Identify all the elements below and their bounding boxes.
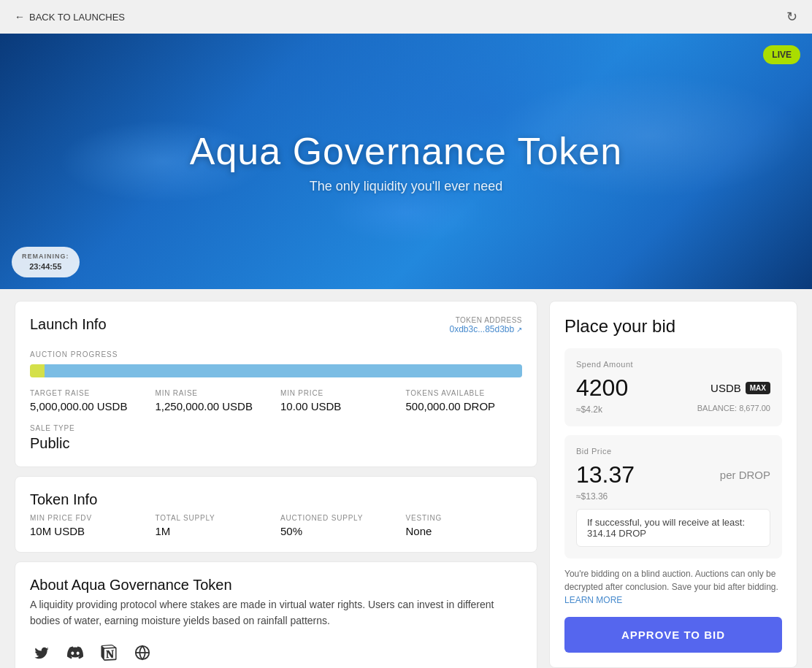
about-text: A liquidity providing protocol where sta… bbox=[30, 596, 522, 629]
token-stat-value-0: 10M USDB bbox=[30, 525, 147, 537]
token-address-block: TOKEN ADDRESS 0xdb3c...85d3bb bbox=[449, 316, 522, 334]
back-arrow-icon: ← bbox=[15, 11, 25, 23]
token-stat-label-2: AUCTIONED SUPPLY bbox=[280, 514, 397, 522]
spend-currency-block: USDB MAX bbox=[710, 382, 770, 394]
social-icons bbox=[30, 641, 522, 664]
about-card: About Aqua Governance Token A liquidity … bbox=[15, 561, 537, 668]
blind-auction-text: You're bidding on a blind auction. Aucti… bbox=[564, 567, 782, 607]
token-info-card: Token Info MIN PRICE FDV 10M USDB TOTAL … bbox=[15, 476, 537, 553]
balance-info: BALANCE: 8,677.00 bbox=[697, 404, 770, 412]
launch-info-title: Launch Info bbox=[30, 316, 107, 333]
stat-value-3: 500,000.00 DROP bbox=[406, 400, 523, 412]
back-label: BACK TO LAUNCHES bbox=[29, 12, 125, 23]
live-badge: LIVE bbox=[763, 45, 800, 64]
progress-bar-blue bbox=[45, 364, 522, 377]
token-stat-label-0: MIN PRICE FDV bbox=[30, 514, 147, 522]
place-bid-card: Place your bid Spend Amount USDB MAX ≈$4… bbox=[549, 301, 797, 668]
right-column: Place your bid Spend Amount USDB MAX ≈$4… bbox=[549, 301, 797, 668]
bid-price-row: 13.37 per DROP bbox=[576, 461, 770, 488]
token-stat-value-1: 1M bbox=[156, 525, 272, 537]
bid-price-label: Bid Price bbox=[576, 447, 770, 456]
token-stat-value-3: None bbox=[406, 525, 523, 537]
approve-to-bid-button[interactable]: APPROVE TO BID bbox=[564, 617, 782, 653]
launch-stats-grid: TARGET RAISE 5,000,000.00 USDB MIN RAISE… bbox=[30, 389, 522, 412]
spend-amount-label: Spend Amount bbox=[576, 360, 770, 369]
stat-total-supply: TOTAL SUPPLY 1M bbox=[156, 514, 272, 537]
remaining-label: REMAINING: bbox=[22, 253, 69, 261]
spend-amount-input[interactable] bbox=[576, 375, 664, 402]
spend-amount-row: USDB MAX bbox=[576, 375, 770, 402]
stat-auctioned-supply: AUCTIONED SUPPLY 50% bbox=[280, 514, 397, 537]
bid-price-value: 13.37 bbox=[576, 461, 635, 488]
refresh-icon[interactable]: ↻ bbox=[786, 9, 797, 25]
max-button[interactable]: MAX bbox=[746, 382, 770, 394]
discord-icon[interactable] bbox=[64, 641, 87, 664]
place-bid-title: Place your bid bbox=[564, 316, 782, 337]
stat-tokens-available: TOKENS AVAILABLE 500,000.00 DROP bbox=[406, 389, 523, 412]
about-title: About Aqua Governance Token bbox=[30, 577, 232, 593]
token-address-value[interactable]: 0xdb3c...85d3bb bbox=[449, 324, 522, 334]
stat-label-2: MIN PRICE bbox=[280, 389, 397, 397]
hero-subtitle: The only liquidity you'll ever need bbox=[190, 179, 622, 194]
success-info: If successful, you will receive at least… bbox=[576, 509, 770, 547]
spend-currency: USDB bbox=[710, 382, 741, 394]
progress-bar-yellow bbox=[30, 364, 45, 377]
left-column: Launch Info TOKEN ADDRESS 0xdb3c...85d3b… bbox=[15, 301, 537, 668]
learn-more-link[interactable]: LEARN MORE bbox=[564, 595, 622, 605]
sale-type-label: SALE TYPE bbox=[30, 424, 522, 432]
bid-price-section: Bid Price 13.37 per DROP ≈$13.36 If succ… bbox=[564, 435, 782, 558]
sale-type-row: SALE TYPE Public bbox=[30, 424, 522, 452]
notion-icon[interactable] bbox=[97, 641, 120, 664]
hero-text-block: Aqua Governance Token The only liquidity… bbox=[190, 129, 622, 194]
stat-label-0: TARGET RAISE bbox=[30, 389, 147, 397]
back-to-launches-link[interactable]: ← BACK TO LAUNCHES bbox=[15, 11, 125, 23]
globe-icon[interactable] bbox=[131, 641, 154, 664]
top-navigation: ← BACK TO LAUNCHES ↻ bbox=[0, 0, 812, 34]
token-stats-grid: MIN PRICE FDV 10M USDB TOTAL SUPPLY 1M A… bbox=[30, 514, 522, 537]
stat-min-raise: MIN RAISE 1,250,000.00 USDB bbox=[156, 389, 272, 412]
stat-min-price: MIN PRICE 10.00 USDB bbox=[280, 389, 397, 412]
stat-value-0: 5,000,000.00 USDB bbox=[30, 400, 147, 412]
stat-value-2: 10.00 USDB bbox=[280, 400, 397, 412]
token-stat-label-1: TOTAL SUPPLY bbox=[156, 514, 272, 522]
token-stat-value-2: 50% bbox=[280, 525, 397, 537]
stat-label-3: TOKENS AVAILABLE bbox=[406, 389, 523, 397]
per-drop-label: per DROP bbox=[720, 469, 770, 481]
token-stat-label-3: VESTING bbox=[406, 514, 523, 522]
remaining-badge: REMAINING: 23:44:55 bbox=[12, 247, 80, 277]
token-address-label: TOKEN ADDRESS bbox=[449, 316, 522, 324]
auction-progress-label: AUCTION PROGRESS bbox=[30, 350, 522, 358]
main-content: Launch Info TOKEN ADDRESS 0xdb3c...85d3b… bbox=[0, 289, 812, 668]
stat-min-fdv: MIN PRICE FDV 10M USDB bbox=[30, 514, 147, 537]
spend-amount-section: Spend Amount USDB MAX ≈$4.2k BALANCE: 8,… bbox=[564, 348, 782, 426]
remaining-time: 23:44:55 bbox=[29, 262, 61, 271]
stat-vesting: VESTING None bbox=[406, 514, 523, 537]
sale-type-value: Public bbox=[30, 435, 522, 452]
stat-value-1: 1,250,000.00 USDB bbox=[156, 400, 272, 412]
spend-usd-equiv: ≈$4.2k bbox=[576, 404, 602, 415]
hero-title: Aqua Governance Token bbox=[190, 129, 622, 173]
stat-label-1: MIN RAISE bbox=[156, 389, 272, 397]
stat-target-raise: TARGET RAISE 5,000,000.00 USDB bbox=[30, 389, 147, 412]
auction-progress-bar bbox=[30, 364, 522, 377]
launch-info-card: Launch Info TOKEN ADDRESS 0xdb3c...85d3b… bbox=[15, 301, 537, 467]
hero-banner: LIVE Aqua Governance Token The only liqu… bbox=[0, 34, 812, 289]
twitter-icon[interactable] bbox=[30, 641, 53, 664]
token-info-title: Token Info bbox=[30, 491, 97, 507]
bid-price-usd: ≈$13.36 bbox=[576, 491, 770, 502]
launch-info-header: Launch Info TOKEN ADDRESS 0xdb3c...85d3b… bbox=[30, 316, 522, 342]
